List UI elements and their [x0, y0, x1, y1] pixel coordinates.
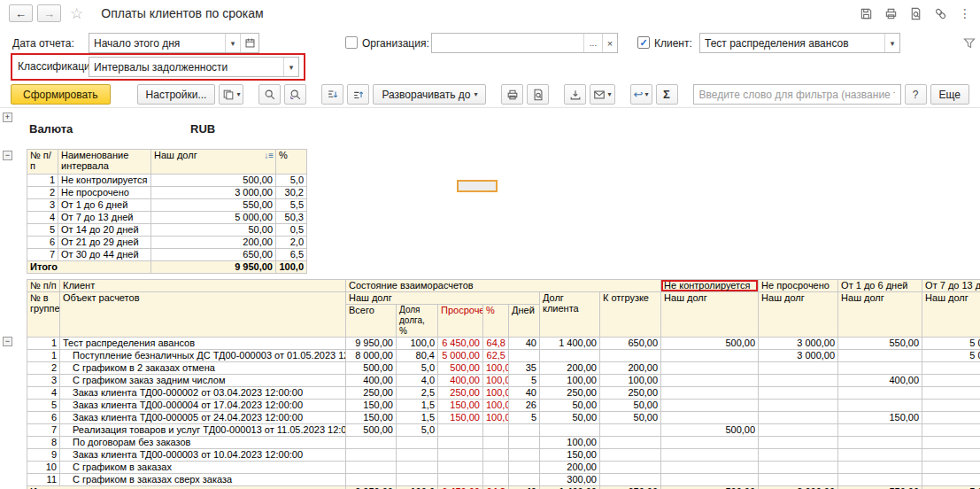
- table-cell[interactable]: [838, 437, 922, 449]
- generate-button[interactable]: Сформировать: [11, 84, 111, 105]
- table-cell[interactable]: 10: [27, 462, 60, 474]
- table-cell[interactable]: 100,0: [276, 261, 307, 274]
- report-date-field[interactable]: Начало этого дня ▾: [89, 33, 259, 53]
- table-cell[interactable]: 200,00: [540, 362, 600, 375]
- table-cell[interactable]: 500,00: [661, 424, 759, 437]
- table-cell[interactable]: [759, 362, 838, 375]
- table-cell[interactable]: 9 950,00: [346, 338, 397, 350]
- print-icon[interactable]: [884, 7, 898, 20]
- client-checkbox[interactable]: ✓: [637, 36, 650, 49]
- table-cell[interactable]: 100,0: [483, 387, 509, 400]
- table-cell[interactable]: 5 000,00: [151, 212, 276, 224]
- table-cell[interactable]: [600, 437, 661, 449]
- table-cell[interactable]: 650,00: [151, 249, 276, 261]
- table-cell[interactable]: 100,00: [540, 375, 600, 387]
- table-cell[interactable]: 250,00: [540, 387, 600, 400]
- table-cell[interactable]: Итого: [27, 261, 151, 274]
- table-cell[interactable]: 1: [27, 338, 60, 350]
- table-cell[interactable]: 3: [27, 375, 60, 387]
- table-cell[interactable]: [483, 474, 509, 486]
- classification-dropdown-button[interactable]: ▾: [283, 58, 298, 76]
- table-cell[interactable]: [540, 424, 600, 437]
- table-cell[interactable]: [483, 462, 509, 474]
- back-button[interactable]: ←: [9, 4, 33, 22]
- column-header[interactable]: № п/п: [27, 150, 58, 175]
- organization-clear-button[interactable]: ×: [602, 34, 617, 52]
- table-cell[interactable]: [661, 400, 759, 412]
- table-cell[interactable]: [509, 462, 540, 474]
- table-cell[interactable]: [600, 350, 661, 362]
- table-cell[interactable]: 500,00: [661, 486, 759, 489]
- table-cell[interactable]: [509, 474, 540, 486]
- table-cell[interactable]: 50,3: [276, 212, 307, 224]
- table-cell[interactable]: 3 000,00: [759, 486, 838, 489]
- table-cell[interactable]: [838, 424, 922, 437]
- table-cell[interactable]: 100,0: [397, 486, 438, 489]
- report-date-calendar-button[interactable]: [240, 34, 259, 52]
- table-cell[interactable]: 50,00: [540, 400, 600, 412]
- column-header[interactable]: Наш долг: [346, 292, 540, 305]
- table-cell[interactable]: 650,00: [600, 486, 661, 489]
- organization-field[interactable]: ... ×: [431, 33, 618, 53]
- table-cell[interactable]: [922, 387, 980, 400]
- table-cell[interactable]: 7: [27, 424, 60, 437]
- table-cell[interactable]: [838, 462, 922, 474]
- table-cell[interactable]: 4: [27, 212, 58, 224]
- sum-button[interactable]: Σ: [656, 84, 678, 105]
- table-cell[interactable]: 8 000,00: [346, 350, 397, 362]
- table-cell[interactable]: 50,00: [600, 400, 661, 412]
- table-cell[interactable]: 500,00: [346, 424, 397, 437]
- column-header[interactable]: Наименование интервала: [58, 150, 151, 175]
- column-header[interactable]: От 7 до 13 дней: [922, 280, 980, 292]
- table-cell[interactable]: 8: [27, 437, 60, 449]
- table-cell[interactable]: 64,8: [483, 486, 509, 489]
- table-cell[interactable]: [397, 449, 438, 462]
- table-cell[interactable]: 1: [27, 350, 60, 362]
- table-cell[interactable]: 500,00: [151, 175, 276, 187]
- report-variants-button[interactable]: ▾: [219, 84, 243, 105]
- table-cell[interactable]: [509, 437, 540, 449]
- table-cell[interactable]: 150,00: [438, 412, 483, 424]
- table-cell[interactable]: 4: [27, 387, 60, 400]
- table-cell[interactable]: [759, 400, 838, 412]
- table-cell[interactable]: [922, 375, 980, 387]
- more-menu-icon[interactable]: ⋮: [959, 6, 971, 20]
- table-cell[interactable]: 64,8: [483, 338, 509, 350]
- table-cell[interactable]: 250,00: [600, 387, 661, 400]
- table-cell[interactable]: 35: [509, 362, 540, 375]
- table-cell[interactable]: 1 400,00: [540, 486, 600, 489]
- undo-button[interactable]: ↩ ▾: [630, 84, 652, 105]
- table-cell[interactable]: [397, 474, 438, 486]
- table-cell[interactable]: 250,00: [438, 387, 483, 400]
- classification-field[interactable]: Интервалы задолженности ▾: [89, 57, 299, 77]
- report-date-dropdown-button[interactable]: ▾: [225, 34, 240, 52]
- table-cell[interactable]: Не контролируется: [58, 175, 151, 187]
- table-cell[interactable]: 9: [27, 449, 60, 462]
- table-cell[interactable]: [540, 350, 600, 362]
- table-cell[interactable]: [661, 375, 759, 387]
- table-cell[interactable]: [661, 412, 759, 424]
- column-header[interactable]: Объект расчетов: [60, 292, 346, 338]
- table-cell[interactable]: 50,00: [151, 224, 276, 237]
- table-cell[interactable]: 100,00: [540, 437, 600, 449]
- table-cell[interactable]: 200,00: [600, 362, 661, 375]
- table-cell[interactable]: 150,00: [540, 449, 600, 462]
- table-cell[interactable]: 26: [509, 400, 540, 412]
- table-cell[interactable]: 40: [509, 338, 540, 350]
- table-cell[interactable]: [346, 449, 397, 462]
- table-cell[interactable]: [661, 437, 759, 449]
- print-preview-button[interactable]: [527, 84, 549, 105]
- table-cell[interactable]: 100,0: [483, 362, 509, 375]
- column-header[interactable]: Наш долг: [661, 292, 759, 338]
- table-cell[interactable]: 50,00: [540, 412, 600, 424]
- help-button[interactable]: ?: [905, 84, 927, 105]
- more-button[interactable]: Еще: [930, 84, 969, 105]
- table-cell[interactable]: 400,00: [438, 375, 483, 387]
- table-cell[interactable]: Реализация товаров и услуг ТД00-000013 о…: [60, 424, 346, 437]
- table-cell[interactable]: От 30 до 44 дней: [58, 249, 151, 261]
- column-header[interactable]: %: [483, 305, 509, 338]
- table-cell[interactable]: Не просрочено: [58, 187, 151, 199]
- table-cell[interactable]: [759, 412, 838, 424]
- table-cell[interactable]: Заказ клиента ТД00-000002 от 03.04.2023 …: [60, 387, 346, 400]
- table-cell[interactable]: Поступление безналичных ДС ТД00-000003 о…: [60, 350, 346, 362]
